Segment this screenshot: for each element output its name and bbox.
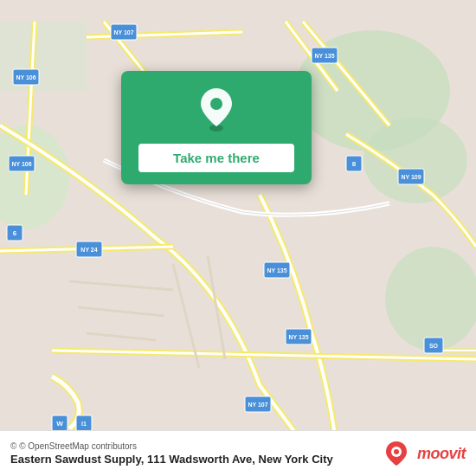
bottom-left-info: © © OpenStreetMap contributors Eastern S…	[10, 441, 333, 466]
svg-text:8: 8	[352, 160, 357, 168]
svg-text:NY 24: NY 24	[80, 247, 97, 253]
popup-card: Take me there	[121, 71, 312, 184]
svg-text:NY 135: NY 135	[267, 267, 286, 273]
svg-text:W: W	[56, 420, 63, 428]
svg-text:NY 135: NY 135	[288, 334, 308, 340]
svg-point-2	[0, 125, 69, 229]
moovit-logo: moovit	[381, 438, 466, 469]
svg-text:NY 106: NY 106	[11, 161, 31, 167]
svg-point-57	[210, 98, 222, 110]
location-pin-icon	[197, 87, 235, 132]
svg-text:NY 107: NY 107	[248, 402, 267, 408]
location-label: Eastern Sawdust Supply, 111 Wadsworth Av…	[10, 453, 333, 466]
svg-text:NY 107: NY 107	[113, 29, 133, 35]
moovit-text: moovit	[417, 445, 466, 463]
svg-text:NY 135: NY 135	[314, 53, 334, 59]
svg-point-59	[394, 449, 399, 454]
osm-text: © OpenStreetMap contributors	[19, 441, 137, 451]
svg-text:NY 106: NY 106	[16, 74, 35, 80]
osm-attribution: © © OpenStreetMap contributors	[10, 441, 333, 451]
bottom-bar: © © OpenStreetMap contributors Eastern S…	[0, 430, 476, 476]
svg-line-22	[78, 307, 164, 316]
svg-text:SO: SO	[429, 343, 439, 349]
svg-text:6: 6	[13, 229, 17, 237]
svg-text:I1: I1	[81, 421, 87, 427]
copyright-symbol: ©	[10, 441, 16, 451]
take-me-there-button[interactable]: Take me there	[138, 144, 294, 172]
map-container: NY 107 NY 106 NY 106 NY 107 NY 135 8 NY …	[0, 0, 476, 476]
svg-point-3	[385, 247, 476, 351]
svg-point-1	[363, 117, 467, 203]
svg-line-21	[69, 281, 173, 290]
svg-line-23	[87, 333, 156, 340]
moovit-icon	[381, 438, 412, 469]
svg-text:NY 109: NY 109	[401, 174, 421, 180]
